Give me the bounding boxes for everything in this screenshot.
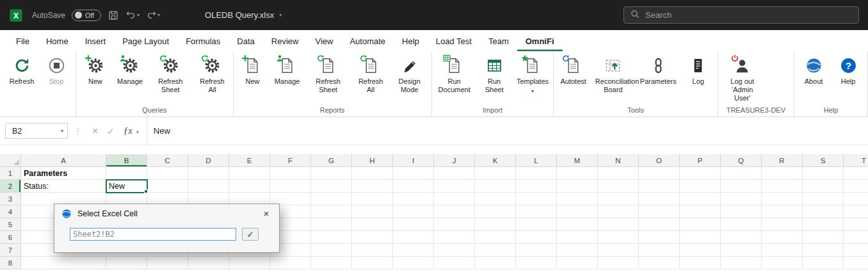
tab-review[interactable]: Review <box>263 32 307 51</box>
cancel-icon[interactable]: × <box>92 125 98 137</box>
name-box[interactable]: B2 ▾ <box>5 123 68 139</box>
cell-C8[interactable] <box>147 257 188 269</box>
cell-E8[interactable] <box>229 257 270 269</box>
drag-handle-icon[interactable]: ⋮ <box>74 126 82 136</box>
cell-I6[interactable] <box>393 231 434 244</box>
cell-K4[interactable] <box>475 205 516 218</box>
cell-H4[interactable] <box>352 205 393 218</box>
cell-Q6[interactable] <box>721 231 762 244</box>
search-input[interactable]: Search <box>623 6 859 24</box>
cell-P6[interactable] <box>680 231 721 244</box>
refresh-all-button[interactable]: Refresh All <box>193 53 230 95</box>
cell-I5[interactable] <box>393 218 434 231</box>
cell-T2[interactable] <box>844 180 868 193</box>
tab-view[interactable]: View <box>307 32 341 51</box>
column-header-J[interactable]: J <box>434 154 475 167</box>
cell-L2[interactable] <box>516 180 557 193</box>
chevron-down-icon[interactable]: ▾ <box>279 12 282 18</box>
tab-help[interactable]: Help <box>394 32 428 51</box>
cell-H1[interactable] <box>352 167 393 180</box>
column-header-I[interactable]: I <box>393 154 434 167</box>
reconciliation-board-button[interactable]: Reconciliation Board <box>591 53 636 95</box>
row-header-8[interactable]: 8 <box>0 257 21 269</box>
column-header-A[interactable]: A <box>21 154 106 167</box>
formula-input[interactable]: New <box>147 117 868 145</box>
cell-G5[interactable] <box>311 218 352 231</box>
cell-I2[interactable] <box>393 180 434 193</box>
row-header-7[interactable]: 7 <box>0 244 21 257</box>
cell-O7[interactable] <box>639 244 680 257</box>
cell-K2[interactable] <box>475 180 516 193</box>
cell-H2[interactable] <box>352 180 393 193</box>
column-header-C[interactable]: C <box>147 154 188 167</box>
dialog-titlebar[interactable]: Select Excel Cell × <box>54 204 279 223</box>
cell-K8[interactable] <box>475 257 516 269</box>
undo-icon[interactable]: ▾ <box>125 10 140 20</box>
row-header-3[interactable]: 3 <box>0 193 21 205</box>
cell-G1[interactable] <box>311 167 352 180</box>
cell-K5[interactable] <box>475 218 516 231</box>
refresh-sheet-button[interactable]: Refresh Sheet <box>305 53 352 95</box>
cell-S7[interactable] <box>803 244 844 257</box>
cell-H5[interactable] <box>352 218 393 231</box>
cell-R6[interactable] <box>762 231 803 244</box>
cell-N4[interactable] <box>598 205 639 218</box>
cell-L4[interactable] <box>516 205 557 218</box>
cell-M1[interactable] <box>557 167 598 180</box>
cell-I4[interactable] <box>393 205 434 218</box>
cell-F2[interactable] <box>270 180 311 193</box>
cell-R5[interactable] <box>762 218 803 231</box>
column-header-K[interactable]: K <box>475 154 516 167</box>
cell-J5[interactable] <box>434 218 475 231</box>
cell-I1[interactable] <box>393 167 434 180</box>
log-out-admin-user-button[interactable]: Log out 'Admin User' <box>720 53 765 104</box>
cell-O2[interactable] <box>639 180 680 193</box>
row-header-4[interactable]: 4 <box>0 205 21 218</box>
cell-M4[interactable] <box>557 205 598 218</box>
cell-G8[interactable] <box>311 257 352 269</box>
cell-T3[interactable] <box>844 193 868 205</box>
cell-T5[interactable] <box>844 218 868 231</box>
enter-check-icon[interactable]: ✓ <box>107 126 115 136</box>
cell-I8[interactable] <box>393 257 434 269</box>
cell-H6[interactable] <box>352 231 393 244</box>
refresh-all-button[interactable]: Refresh All <box>351 53 389 95</box>
cell-M2[interactable] <box>557 180 598 193</box>
about-button[interactable]: About <box>796 53 831 87</box>
column-header-L[interactable]: L <box>516 154 557 167</box>
cell-H3[interactable] <box>352 193 393 205</box>
cell-S1[interactable] <box>803 167 844 180</box>
templates-button[interactable]: Templates▾ <box>513 53 551 95</box>
cell-S5[interactable] <box>803 218 844 231</box>
cell-A2[interactable]: Status: <box>21 180 106 193</box>
cell-N1[interactable] <box>598 167 639 180</box>
help-button[interactable]: ?Help <box>831 53 865 87</box>
cell-D2[interactable] <box>188 180 229 193</box>
cell-O6[interactable] <box>639 231 680 244</box>
cell-Q5[interactable] <box>721 218 762 231</box>
close-icon[interactable]: × <box>259 208 274 219</box>
cell-G7[interactable] <box>311 244 352 257</box>
new-button[interactable]: New <box>236 53 270 87</box>
cell-B8[interactable] <box>106 257 147 269</box>
tab-page-layout[interactable]: Page Layout <box>114 32 177 51</box>
new-button[interactable]: New <box>78 53 113 87</box>
cell-S3[interactable] <box>803 193 844 205</box>
cell-M3[interactable] <box>557 193 598 205</box>
cell-R8[interactable] <box>762 257 803 269</box>
cell-N3[interactable] <box>598 193 639 205</box>
cell-O5[interactable] <box>639 218 680 231</box>
cell-T7[interactable] <box>844 244 868 257</box>
column-header-B[interactable]: B <box>106 154 147 167</box>
cell-A8[interactable] <box>21 257 106 269</box>
cell-J7[interactable] <box>434 244 475 257</box>
column-header-Q[interactable]: Q <box>721 154 762 167</box>
cell-P3[interactable] <box>680 193 721 205</box>
cell-R3[interactable] <box>762 193 803 205</box>
cell-I3[interactable] <box>393 193 434 205</box>
cell-N6[interactable] <box>598 231 639 244</box>
cell-G2[interactable] <box>311 180 352 193</box>
cell-N8[interactable] <box>598 257 639 269</box>
row-header-6[interactable]: 6 <box>0 231 21 244</box>
parameters-button[interactable]: Parameters <box>636 53 681 87</box>
